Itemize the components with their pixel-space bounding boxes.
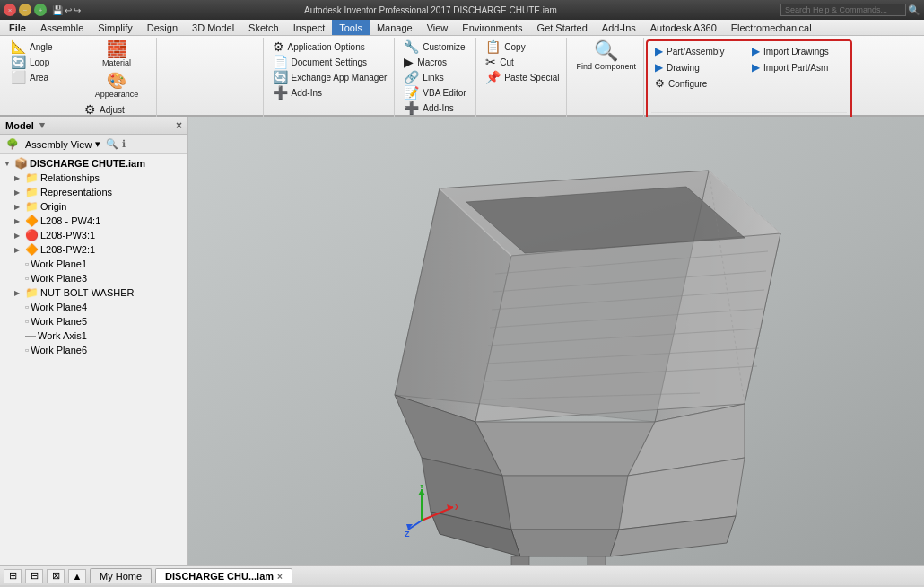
tree-item-l208-pw3[interactable]: ▶ 🔴 L208-PW3:1 <box>0 228 187 242</box>
minimize-button[interactable]: − <box>19 4 31 16</box>
tree-item-relationships[interactable]: ▶ 📁 Relationships <box>0 171 187 185</box>
menu-manage[interactable]: Manage <box>370 20 420 35</box>
svg-text:Z: Z <box>405 530 410 539</box>
import-partasm-btn[interactable]: ▶ Import Part/Asm <box>748 60 847 74</box>
panel-info-icon[interactable]: ℹ <box>122 138 126 150</box>
menu-get-started[interactable]: Get Started <box>530 20 595 35</box>
redo-icon[interactable]: ↪ <box>74 5 81 15</box>
customize-btn[interactable]: 🔧 Customize <box>400 39 472 54</box>
addins-customize-btn[interactable]: ➕ Add-Ins <box>400 101 472 115</box>
tree-item-nutboltwasher[interactable]: ▶ 📁 NUT-BOLT-WASHER <box>0 285 187 300</box>
import-drawings-btn[interactable]: ▶ Import Drawings <box>748 44 847 58</box>
main-area: Model ▾ × 🌳 Assembly View ▾ 🔍 ℹ ▼ 📦 DISC… <box>0 117 924 565</box>
menu-environments[interactable]: Environments <box>455 20 529 35</box>
menu-3dmodel[interactable]: 3D Model <box>185 20 241 35</box>
root-arrow-icon: ▼ <box>4 160 13 168</box>
menu-simplify[interactable]: Simplify <box>91 20 140 35</box>
close-button[interactable]: × <box>4 4 16 16</box>
panel-dropdown-icon[interactable]: ▾ <box>39 119 45 131</box>
menu-tools[interactable]: Tools <box>332 20 370 35</box>
material-btn[interactable]: 🧱 Material <box>95 39 138 69</box>
maximize-button[interactable]: + <box>34 4 47 16</box>
tab-close-icon[interactable]: × <box>277 572 283 582</box>
tree-item-l208-pw4[interactable]: ▶ 🔶 L208 - PW4:1 <box>0 214 187 228</box>
appearance-btn[interactable]: 🎨 Appearance <box>92 71 143 101</box>
arrow-nutboltwasher: ▶ <box>14 289 23 297</box>
app-options-btn[interactable]: ⚙ Application Options <box>269 39 369 54</box>
svg-marker-15 <box>475 422 655 476</box>
configure-btn[interactable]: ⚙ Configure <box>651 76 741 91</box>
arrow-representations: ▶ <box>14 188 23 197</box>
clipboard-items: 📋 Copy ✂ Cut 📌 Paste Special <box>482 39 562 117</box>
tree-item-representations[interactable]: ▶ 📁 Representations <box>0 185 187 199</box>
macros-btn[interactable]: ▶ Macros <box>400 55 472 69</box>
paste-special-icon: 📌 <box>485 71 501 83</box>
area-btn[interactable]: ⬜ Area <box>7 70 79 84</box>
paste-special-btn[interactable]: 📌 Paste Special <box>482 70 562 84</box>
menu-inspect[interactable]: Inspect <box>286 20 332 35</box>
tree-item-workaxis1[interactable]: ▶ — Work Axis1 <box>0 329 187 343</box>
menu-file[interactable]: File <box>2 20 33 35</box>
links-btn[interactable]: 🔗 Links <box>400 70 472 84</box>
exchange-btn[interactable]: 🔄 Exchange App Manager <box>269 70 391 84</box>
search-icon[interactable]: 🔍 <box>908 4 920 16</box>
icon-relationships: 📁 <box>25 171 39 184</box>
adjust-icon: ⚙ <box>84 103 96 116</box>
menu-electromechanical[interactable]: Electromechanical <box>724 20 819 35</box>
label-workplane1: Work Plane1 <box>31 258 87 269</box>
label-nutboltwasher: NUT-BOLT-WASHER <box>40 287 135 298</box>
grid-icon-btn[interactable]: ⊞ <box>4 569 22 583</box>
model-tree: ▼ 📦 DISCHARGE CHUTE.iam ▶ 📁 Relationship… <box>0 154 187 565</box>
undo-icon[interactable]: ↩ <box>65 5 72 15</box>
addins-options-icon: ➕ <box>273 86 288 99</box>
menu-view[interactable]: View <box>420 20 456 35</box>
drawing-btn[interactable]: ▶ Drawing <box>651 60 741 74</box>
arrow-l208-pw2: ▶ <box>14 246 23 254</box>
autosave-col2: ▶ Import Drawings ▶ Import Part/Asm <box>748 44 847 74</box>
vba-editor-btn[interactable]: 📝 VBA Editor <box>400 85 472 100</box>
addins-options-btn[interactable]: ➕ Add-Ins <box>269 85 341 100</box>
tree-item-l208-pw2[interactable]: ▶ 🔶 L208-PW2:1 <box>0 242 187 257</box>
part-assembly-btn[interactable]: ▶ Part/Assembly <box>651 44 741 58</box>
up-arrow-btn[interactable]: ▲ <box>68 569 86 583</box>
menu-sketch[interactable]: Sketch <box>241 20 286 35</box>
menu-add-ins[interactable]: Add-Ins <box>595 20 643 35</box>
copy-btn[interactable]: 📋 Copy <box>482 39 554 54</box>
find-component-btn[interactable]: 🔍 Find Component <box>572 39 640 73</box>
loop-btn[interactable]: 🔄 Loop <box>7 55 79 69</box>
links-icon: 🔗 <box>404 71 419 83</box>
tree-item-origin[interactable]: ▶ 📁 Origin <box>0 199 187 214</box>
active-doc-tab[interactable]: DISCHARGE CHU...iam × <box>155 568 292 583</box>
label-origin: Origin <box>40 201 66 212</box>
home-tab[interactable]: My Home <box>90 568 152 583</box>
copy-icon: 📋 <box>485 40 501 53</box>
search-input[interactable] <box>780 4 906 16</box>
menu-assemble[interactable]: Assemble <box>33 20 91 35</box>
lock-icon-btn[interactable]: ⊠ <box>47 569 65 583</box>
menu-a360[interactable]: Autodesk A360 <box>643 20 724 35</box>
assembly-view-dropdown[interactable]: ▾ <box>95 138 100 150</box>
icon-l208-pw3: 🔴 <box>25 229 39 241</box>
tree-item-workplane5[interactable]: ▶ ▫ Work Plane5 <box>0 314 187 329</box>
panel-close-btn[interactable]: × <box>176 119 182 132</box>
material-items <box>162 39 259 117</box>
viewport[interactable]: X Y Z <box>188 117 924 565</box>
tree-item-workplane6[interactable]: ▶ ▫ Work Plane6 <box>0 343 187 357</box>
cut-btn[interactable]: ✂ Cut <box>482 55 554 69</box>
tree-item-workplane3[interactable]: ▶ ▫ Work Plane3 <box>0 271 187 285</box>
panel-toolbar: 🌳 Assembly View ▾ 🔍 ℹ <box>0 135 187 154</box>
svg-text:X: X <box>455 503 458 512</box>
tree-item-workplane1[interactable]: ▶ ▫ Work Plane1 <box>0 257 187 271</box>
filter-icon[interactable]: 🔍 <box>106 138 118 150</box>
assembly-view-icon[interactable]: 🌳 <box>4 137 22 151</box>
snap-icon-btn[interactable]: ⊟ <box>25 569 43 583</box>
tree-item-workplane4[interactable]: ▶ ▫ Work Plane4 <box>0 300 187 314</box>
ribbon: 📐 Angle 🔄 Loop ⬜ Area 🧱 Mater <box>0 36 924 117</box>
adjust-btn[interactable]: ⚙ Adjust <box>81 102 153 117</box>
tree-root-item[interactable]: ▼ 📦 DISCHARGE CHUTE.iam <box>0 156 187 171</box>
quick-access-icon[interactable]: 💾 <box>52 5 63 15</box>
doc-settings-btn[interactable]: 📄 Document Settings <box>269 55 371 69</box>
angle-btn[interactable]: 📐 Angle <box>7 39 79 54</box>
root-label: DISCHARGE CHUTE.iam <box>30 158 145 169</box>
menu-design[interactable]: Design <box>140 20 185 35</box>
